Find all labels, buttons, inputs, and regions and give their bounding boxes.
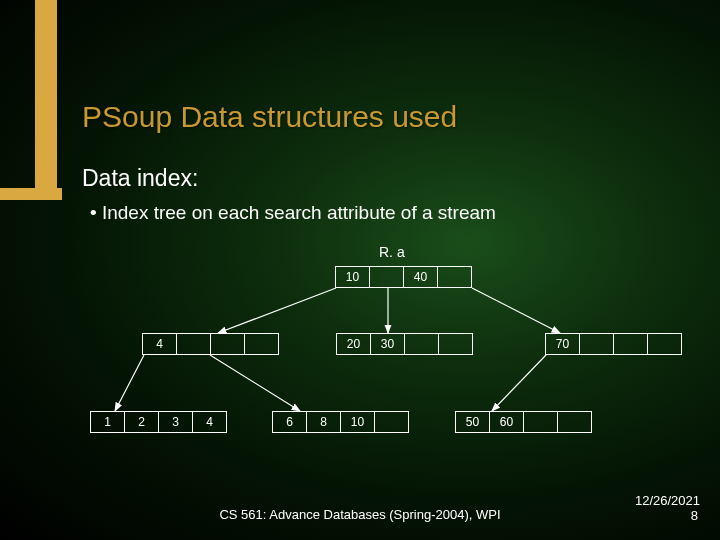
decor-gold-vertical bbox=[35, 0, 57, 200]
cell: 3 bbox=[158, 411, 193, 433]
cell: 6 bbox=[272, 411, 307, 433]
cell bbox=[579, 333, 614, 355]
cell bbox=[523, 411, 558, 433]
root-label: R. a bbox=[379, 244, 405, 260]
cell: 70 bbox=[545, 333, 580, 355]
svg-line-4 bbox=[115, 355, 144, 411]
cell: 30 bbox=[370, 333, 405, 355]
decor-gold-horizontal bbox=[0, 188, 62, 200]
tree-mid-mid-node: 20 30 bbox=[336, 333, 473, 355]
svg-line-1 bbox=[218, 288, 336, 333]
cell: 60 bbox=[489, 411, 524, 433]
tree-mid-left-node: 4 bbox=[142, 333, 279, 355]
cell: 50 bbox=[455, 411, 490, 433]
cell bbox=[613, 333, 648, 355]
cell bbox=[404, 333, 439, 355]
cell bbox=[647, 333, 682, 355]
cell bbox=[244, 333, 279, 355]
cell bbox=[210, 333, 245, 355]
tree-leaf-2-node: 6 8 10 bbox=[272, 411, 409, 433]
cell bbox=[438, 333, 473, 355]
svg-line-6 bbox=[492, 355, 546, 411]
cell: 20 bbox=[336, 333, 371, 355]
svg-line-3 bbox=[472, 288, 560, 333]
tree-mid-right-node: 70 bbox=[545, 333, 682, 355]
cell: 2 bbox=[124, 411, 159, 433]
cell bbox=[374, 411, 409, 433]
cell: 4 bbox=[142, 333, 177, 355]
slide-subtitle: Data index: bbox=[82, 165, 198, 192]
tree-leaf-3-node: 50 60 bbox=[455, 411, 592, 433]
tree-root-node: 10 40 bbox=[335, 266, 472, 288]
cell: 1 bbox=[90, 411, 125, 433]
svg-line-5 bbox=[210, 355, 300, 411]
slide-bullet: • Index tree on each search attribute of… bbox=[90, 202, 496, 224]
cell bbox=[176, 333, 211, 355]
cell bbox=[437, 266, 472, 288]
footer-course: CS 561: Advance Databases (Spring-2004),… bbox=[0, 507, 720, 522]
slide-title: PSoup Data structures used bbox=[82, 100, 457, 134]
footer-page: 8 bbox=[691, 508, 698, 523]
cell: 8 bbox=[306, 411, 341, 433]
footer-date: 12/26/2021 bbox=[635, 493, 700, 508]
cell: 40 bbox=[403, 266, 438, 288]
cell: 4 bbox=[192, 411, 227, 433]
cell: 10 bbox=[340, 411, 375, 433]
cell bbox=[369, 266, 404, 288]
cell: 10 bbox=[335, 266, 370, 288]
cell bbox=[557, 411, 592, 433]
tree-leaf-1-node: 1 2 3 4 bbox=[90, 411, 227, 433]
